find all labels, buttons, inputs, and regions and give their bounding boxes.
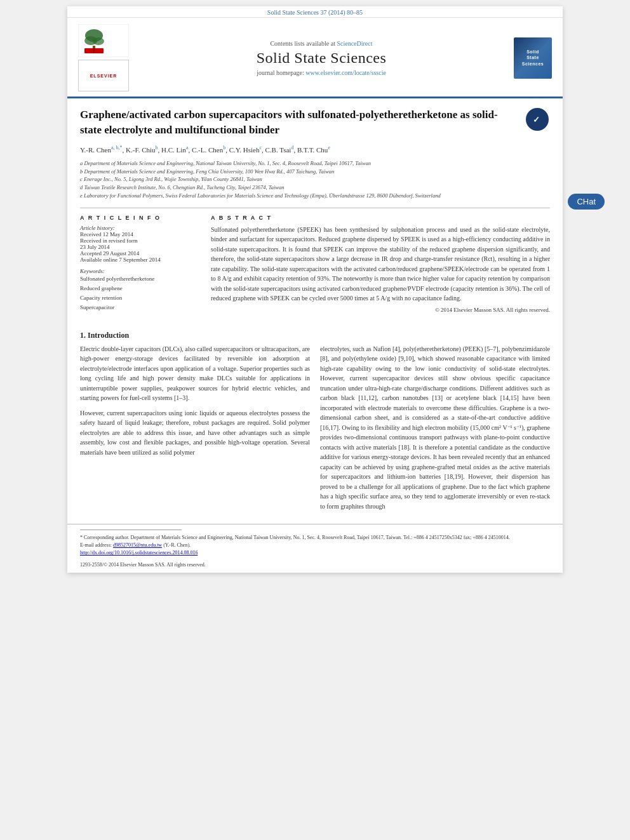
affiliation-e: e Laboratory for Functional Polymers, Sw… (80, 192, 550, 200)
journal-citation-banner: Solid State Sciences 37 (2014) 80–85 (67, 6, 563, 18)
author-btt-chu-sup: e (328, 145, 330, 150)
affiliations: a Department of Materials Science and En… (80, 159, 550, 200)
author-cy-hsieh-sup: c (259, 145, 262, 150)
journal-center-info: Contents lists available at ScienceDirec… (138, 24, 504, 91)
elsevier-logo-section: ELSEVIER (75, 24, 132, 91)
intro-para-1: Electric double-layer capacitors (DLCs),… (80, 344, 310, 403)
journal-header: ELSEVIER Contents lists available at Sci… (67, 18, 563, 98)
homepage-label: journal homepage: (257, 69, 305, 76)
info-abstract-section: A R T I C L E I N F O Article history: R… (80, 215, 550, 318)
intro-section-title: 1. Introduction (80, 331, 550, 340)
author-hc-lin: H.C. Lin (161, 145, 186, 153)
sciencedirect-link[interactable]: Contents lists available at ScienceDirec… (270, 40, 372, 47)
author-yr-chen: Y.-R. Chen (80, 145, 111, 153)
affiliation-a: a Department of Materials Science and En… (80, 159, 550, 168)
keyword-2: Reduced graphene (80, 284, 201, 293)
available-online: Available online 7 September 2014 (80, 257, 201, 263)
accepted-date: Accepted 29 August 2014 (80, 250, 201, 257)
revised-date: 23 July 2014 (80, 244, 201, 250)
author-cy-hsieh: C.Y. Hsieh (229, 145, 260, 153)
author-cb-tsai: C.B. Tsai (265, 145, 291, 153)
svg-text:✓: ✓ (533, 115, 540, 124)
abstract-label: A B S T R A C T (211, 215, 550, 221)
journal-title: Solid State Sciences (257, 50, 387, 67)
affiliation-b: b Department of Materials Science and En… (80, 168, 550, 176)
svg-rect-6 (93, 48, 95, 53)
article-history-block: Article history: Received 12 May 2014 Re… (80, 225, 201, 263)
affiliation-d: d Taiwan Textile Research Institute, No.… (80, 183, 550, 192)
intro-two-col: Electric double-layer capacitors (DLCs),… (80, 344, 550, 517)
article-info-label: A R T I C L E I N F O (80, 215, 201, 221)
doi-line[interactable]: http://dx.doi.org/10.1016/j.solidstatesc… (80, 549, 550, 557)
affiliation-c: c Enerage Inc., No. 5, Ligong 3rd Rd., W… (80, 175, 550, 183)
email-link[interactable]: d98527015@ntu.edu.tw (113, 542, 162, 548)
intro-para-3: electrolytes, such as Nafion [4], poly(e… (320, 344, 550, 512)
article-title-section: Graphene/activated carbon supercapacitor… (80, 107, 550, 138)
chat-bubble[interactable]: CHat (568, 194, 605, 210)
elsevier-text-logo: ELSEVIER (78, 60, 129, 91)
keyword-1: Sulfonated polyetheretherketone (80, 274, 201, 284)
author-cl-chen-sup: b (223, 145, 225, 150)
article-title: Graphene/activated carbon supercapacitor… (80, 107, 525, 138)
crossmark-badge[interactable]: ✓ (525, 107, 550, 131)
doi-link[interactable]: http://dx.doi.org/10.1016/j.solidstatesc… (80, 550, 198, 556)
intro-left-col: Electric double-layer capacitors (DLCs),… (80, 344, 310, 517)
author-cb-tsai-sup: d (291, 145, 293, 150)
divider-1 (80, 208, 550, 208)
author-kf-chiu-sup: b (156, 145, 158, 150)
revised-label: Received in revised form (80, 237, 201, 244)
abstract-col: A B S T R A C T Sulfonated polyetherethe… (211, 215, 550, 318)
journal-logo-right: SolidStateSciences (511, 24, 555, 91)
received-date: Received 12 May 2014 (80, 231, 201, 237)
svg-point-3 (93, 37, 104, 45)
keywords-block: Keywords: Sulfonated polyetheretherketon… (80, 268, 201, 313)
abstract-text: Sulfonated polyetheretherketone (SPEEK) … (211, 225, 550, 315)
article-header-section: Graphene/activated carbon supercapacitor… (67, 98, 563, 324)
page: Solid State Sciences 37 (2014) 80–85 ELS… (67, 6, 563, 573)
section-number: 1. (80, 331, 86, 340)
email-label: E-mail address: (80, 542, 113, 548)
intro-para-2: However, current supercapacitors using i… (80, 408, 310, 458)
homepage-link[interactable]: www.elsevier.com/locate/ssscie (305, 69, 386, 76)
footnote-email: E-mail address: d98527015@ntu.edu.tw (Y.… (80, 542, 550, 549)
crossmark-icon: ✓ (526, 108, 549, 131)
contents-list-text: Contents lists available at (270, 40, 337, 47)
history-label: Article history: (80, 225, 201, 231)
abstract-body: Sulfonated polyetheretherketone (SPEEK) … (211, 226, 550, 302)
crossmark-svg: ✓ (528, 110, 546, 128)
author-yr-chen-sup: a, b,* (111, 145, 123, 150)
keyword-3: Capacity retention (80, 293, 201, 303)
keywords-label: Keywords: (80, 268, 201, 274)
chat-label: CHat (577, 197, 596, 206)
author-btt-chu: B.T.T. Chu (297, 145, 328, 153)
footnote-section: * Corresponding author. Department of Ma… (67, 524, 563, 559)
solid-state-sciences-logo: SolidStateSciences (514, 37, 552, 79)
journal-citation: Solid State Sciences 37 (2014) 80–85 (267, 9, 363, 16)
author-hc-lin-sup: a (186, 145, 189, 150)
section-title-text: Introduction (88, 331, 129, 340)
footnote-star: * Corresponding author. Department of Ma… (80, 534, 550, 542)
footer-copyright: 1293-2558/© 2014 Elsevier Masson SAS. Al… (80, 562, 206, 568)
author-kf-chiu: K.-F. Chiu (126, 145, 156, 153)
abstract-copyright: © 2014 Elsevier Masson SAS. All rights r… (211, 306, 550, 315)
footnote-divider (80, 530, 182, 530)
keywords-list: Sulfonated polyetheretherketone Reduced … (80, 274, 201, 313)
article-info-col: A R T I C L E I N F O Article history: R… (80, 215, 201, 318)
keyword-4: Supercapacitor (80, 303, 201, 312)
journal-homepage[interactable]: journal homepage: www.elsevier.com/locat… (257, 69, 386, 76)
intro-right-col: electrolytes, such as Nafion [4], poly(e… (320, 344, 550, 517)
elsevier-tree-icon (78, 24, 129, 57)
author-cl-chen: C.-L. Chen (192, 145, 223, 153)
bottom-footer: 1293-2558/© 2014 Elsevier Masson SAS. Al… (67, 559, 563, 573)
article-body: 1. Introduction Electric double-layer ca… (67, 324, 563, 524)
email-suffix: (Y.-R. Chen). (163, 542, 191, 548)
sciencedirect-anchor[interactable]: ScienceDirect (337, 40, 372, 47)
authors-line: Y.-R. Chena, b,*, K.-F. Chiub, H.C. Lina… (80, 144, 550, 156)
